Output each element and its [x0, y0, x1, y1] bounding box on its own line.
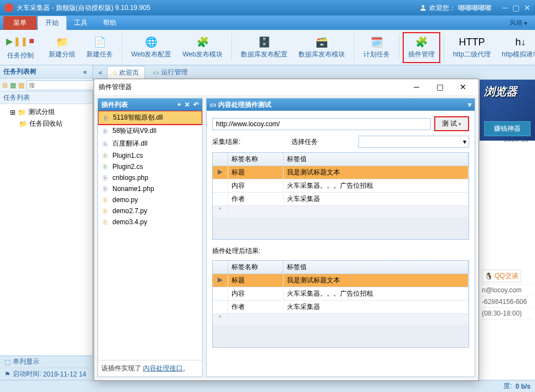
ribbon-icon: HTTP	[465, 35, 479, 49]
dialog-close-button[interactable]: ✕	[452, 80, 474, 94]
ribbon-icon: 🧩	[415, 35, 428, 49]
folder-icon[interactable]: ▦	[10, 81, 16, 90]
ribbon-icon: h↓	[514, 35, 527, 49]
svg-point-0	[422, 5, 425, 8]
grid2-tagvalue-header: 标签值	[284, 261, 469, 274]
grid2-selector-header	[213, 261, 228, 274]
contact-hours: (08:30-18:00)	[482, 308, 533, 319]
ribbon-插件管理[interactable]: 🧩插件管理	[403, 32, 440, 63]
test-panel-header: ▭内容处理插件测试 ▾	[207, 99, 475, 111]
test-button[interactable]: 测 试▾	[434, 116, 469, 131]
promo-button[interactable]: 赚钱神器	[484, 121, 531, 136]
dialog-minimize-button[interactable]: ─	[405, 80, 428, 94]
add-folder-icon[interactable]: ⊞	[2, 81, 8, 90]
ribbon-数据库发布模块[interactable]: 🗃️数据库发布模块	[293, 32, 351, 63]
table-row[interactable]: 内容火车采集器。。。广告位招租	[213, 287, 469, 301]
app-title: 火车采集器 - 旗舰版(自动授权版) 9.10.19.905	[17, 3, 419, 13]
ribbon-数据库发布配置[interactable]: 🗄️数据库发布配置	[235, 32, 293, 63]
minimize-button[interactable]: ─	[502, 3, 508, 12]
ribbon-Web发布模块[interactable]: 🧩Web发布模块	[177, 32, 228, 63]
plugin-item[interactable]: ⎘demo2.7.py	[98, 205, 202, 216]
pause-button[interactable]: ❚❚	[16, 34, 25, 48]
style-dropdown[interactable]: 风格▾	[505, 16, 532, 30]
tabs-prev-button[interactable]: «	[96, 69, 105, 76]
refresh-plugin-button[interactable]: ↶	[193, 101, 199, 109]
ribbon-新建分组[interactable]: 📁新建分组	[43, 32, 81, 63]
table-row[interactable]: ▶标题我是测试标题文本	[213, 274, 469, 287]
plugin-item[interactable]: ⎘Noname1.php	[98, 183, 202, 194]
welcome-label: 欢迎您： 嘟嘟嘟嘟嘟	[419, 3, 491, 13]
plugin-item[interactable]: ⎘demo3.4.py	[98, 216, 202, 228]
menu-button[interactable]: 菜单	[3, 16, 37, 30]
contact-panel: 🐧QQ交谈 n@locoy.com -62864156-606 (08:30-1…	[480, 265, 535, 323]
after-process-label: 插件处理后结果:	[212, 246, 469, 256]
single-line-toggle[interactable]: ⬚单列显示	[0, 355, 92, 368]
ribbon-http二级代理[interactable]: HTTPhttp二级代理	[447, 32, 496, 63]
plugin-footer: 该插件实现了 内容处理接口。	[98, 360, 202, 376]
speed-value: 0 b/s	[516, 383, 531, 390]
tree-item[interactable]: ⊞📁测试分组	[2, 106, 90, 118]
plugin-item[interactable]: ⎘Plugin1.cs	[98, 150, 202, 161]
task-list-label: 任务列表	[0, 92, 92, 104]
test-url-input[interactable]	[212, 118, 431, 130]
user-icon	[419, 4, 427, 12]
ribbon-新建任务[interactable]: 📄新建任务	[81, 32, 119, 63]
monitor-icon: ▭	[153, 69, 159, 76]
grid-tagvalue-header: 标签值	[284, 153, 469, 166]
close-button[interactable]: ✕	[524, 3, 531, 12]
ribbon-Web发布配置[interactable]: 🌐Web发布配置	[126, 32, 177, 63]
sidebar: 任务列表树 « ⊞ ▦ ▦ 任务列表 ⊞📁测试分组📁任务回收站 ⬚单列显示 ⚑ …	[0, 65, 93, 380]
monitor-icon: ▭	[210, 101, 216, 109]
tab-help[interactable]: 帮助	[95, 16, 124, 30]
window-controls: ─ ▢ ✕	[502, 3, 531, 12]
ribbon-icon: 🗃️	[315, 35, 328, 49]
tab-tools[interactable]: 工具	[66, 16, 95, 30]
grid-selector-header	[213, 153, 228, 166]
select-task-label: 选择任务	[291, 137, 318, 147]
ribbon-icon: 📄	[93, 35, 106, 49]
plugin-item[interactable]: ⎘百度翻译.dll	[98, 137, 202, 150]
username: 嘟嘟嘟嘟嘟	[458, 3, 491, 13]
start-time-display: ⚑ 启动时间: 2019-11-12 14	[0, 368, 92, 380]
ribbon-计划任务[interactable]: 🗓️计划任务	[358, 32, 395, 63]
table-row[interactable]: 内容火车采集器。。。广告位招租	[213, 179, 469, 193]
content-interface-link[interactable]: 内容处理接口	[143, 364, 183, 372]
plugin-item[interactable]: ⎘Plugin2.cs	[98, 161, 202, 172]
ribbon-icon: 🧩	[196, 35, 209, 49]
collect-result-label: 采集结果:	[212, 137, 251, 147]
table-row[interactable]: 作者火车采集器	[213, 193, 469, 206]
plugin-item[interactable]: ⎘cnblogs.php	[98, 172, 202, 183]
collapse-sidebar-button[interactable]: «	[81, 68, 89, 76]
titlebar: 火车采集器 - 旗舰版(自动授权版) 9.10.19.905 欢迎您： 嘟嘟嘟嘟…	[0, 0, 535, 16]
qq-chat-button[interactable]: 🐧QQ交谈	[482, 270, 521, 282]
plugin-item[interactable]: ⎘demo.py	[98, 194, 202, 205]
tab-run-manage[interactable]: ▭ 运行管理	[147, 66, 193, 79]
table-row[interactable]: ▶标题我是测试标题文本	[213, 166, 469, 179]
folder2-icon[interactable]: ▦	[18, 81, 24, 90]
tab-start[interactable]: 开始	[38, 16, 66, 30]
dialog-maximize-button[interactable]: ▢	[429, 80, 451, 94]
dialog-titlebar: 插件管理器 ─ ▢ ✕	[94, 79, 479, 95]
speed-label: 度:	[503, 381, 512, 391]
stop-button[interactable]: ■	[27, 34, 37, 48]
tab-welcome[interactable]: ⌂ 欢迎页	[107, 66, 145, 79]
ribbon-icon: 🗓️	[370, 35, 383, 49]
add-plugin-button[interactable]: +	[177, 101, 181, 109]
table-row[interactable]: 作者火车采集器	[213, 301, 469, 314]
remove-plugin-button[interactable]: ✕	[184, 101, 190, 109]
ribbon-toolbar: ▶ ❚❚ ■ 任务控制 📁新建分组📄新建任务🌐Web发布配置🧩Web发布模块🗄️…	[0, 30, 535, 65]
plugin-item[interactable]: ⎘58验证码V9.dll	[98, 125, 202, 137]
after-result-grid: 标签名称 标签值 ▶标题我是测试标题文本内容火车采集器。。。广告位招租作者火车采…	[212, 260, 469, 348]
ribbon-http模拟请求[interactable]: h↓http模拟请求	[496, 32, 535, 63]
statusbar: 度: 0 b/s	[0, 380, 535, 392]
browser-promo-panel: 浏览器 赚钱神器	[480, 80, 535, 141]
dialog-title: 插件管理器	[99, 82, 405, 92]
plugin-item[interactable]: ⎘5118智能原创.dll	[98, 111, 202, 125]
home-icon: ⌂	[113, 69, 117, 76]
maximize-button[interactable]: ▢	[512, 3, 519, 12]
ribbon-icon: 📁	[55, 35, 69, 49]
tree-item[interactable]: 📁任务回收站	[2, 118, 90, 130]
task-control-group: ▶ ❚❚ ■ 任务控制	[4, 34, 37, 60]
dropdown-arrow-icon[interactable]: ▾	[468, 101, 471, 109]
task-select-dropdown[interactable]: ▾	[358, 136, 469, 148]
